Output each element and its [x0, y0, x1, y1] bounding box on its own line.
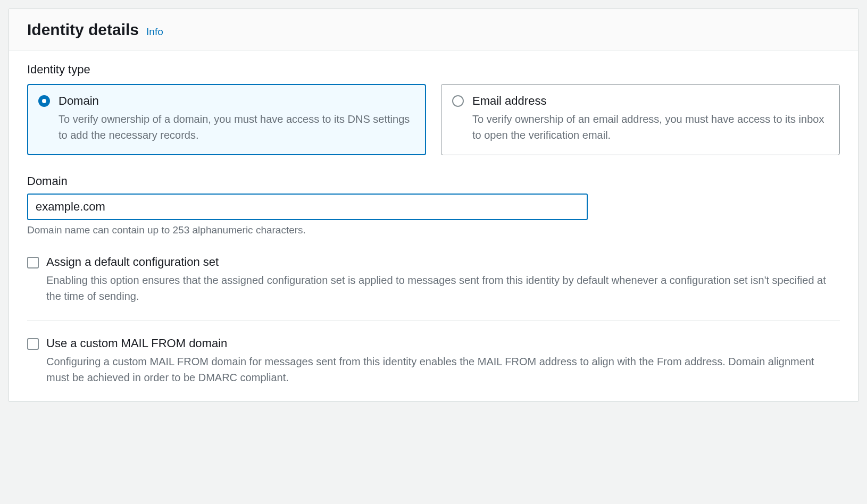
panel-header: Identity details Info — [9, 9, 858, 51]
tile-title-domain: Domain — [59, 94, 415, 108]
tile-text: Email address To verify ownership of an … — [472, 94, 829, 143]
config-set-text: Assign a default configuration set Enabl… — [46, 255, 840, 304]
info-link[interactable]: Info — [146, 26, 163, 38]
identity-type-domain-tile[interactable]: Domain To verify ownership of a domain, … — [27, 84, 426, 155]
radio-email[interactable] — [452, 95, 464, 107]
config-set-checkbox[interactable] — [27, 257, 39, 268]
identity-type-tiles: Domain To verify ownership of a domain, … — [27, 84, 840, 155]
identity-type-email-tile[interactable]: Email address To verify ownership of an … — [441, 84, 840, 155]
tile-text: Domain To verify ownership of a domain, … — [59, 94, 415, 143]
config-set-label: Assign a default configuration set — [46, 255, 840, 269]
domain-field-block: Domain Domain name can contain up to 253… — [27, 174, 840, 236]
domain-field-label: Domain — [27, 174, 840, 188]
identity-details-panel: Identity details Info Identity type Doma… — [9, 9, 858, 402]
domain-input[interactable] — [27, 194, 588, 220]
tile-desc-email: To verify ownership of an email address,… — [472, 111, 829, 143]
domain-field-hint: Domain name can contain up to 253 alphan… — [27, 224, 840, 236]
tile-desc-domain: To verify ownership of a domain, you mus… — [59, 111, 415, 143]
panel-title: Identity details — [27, 21, 139, 39]
config-set-desc: Enabling this option ensures that the as… — [46, 272, 840, 304]
mail-from-block: Use a custom MAIL FROM domain Configurin… — [27, 320, 840, 385]
mail-from-text: Use a custom MAIL FROM domain Configurin… — [46, 337, 840, 385]
identity-type-label: Identity type — [27, 63, 840, 77]
panel-body: Identity type Domain To verify ownership… — [9, 51, 858, 401]
mail-from-desc: Configuring a custom MAIL FROM domain fo… — [46, 354, 840, 385]
mail-from-checkbox[interactable] — [27, 338, 39, 350]
tile-title-email: Email address — [472, 94, 829, 108]
config-set-block: Assign a default configuration set Enabl… — [27, 255, 840, 304]
mail-from-label: Use a custom MAIL FROM domain — [46, 337, 840, 350]
radio-domain[interactable] — [38, 95, 50, 107]
